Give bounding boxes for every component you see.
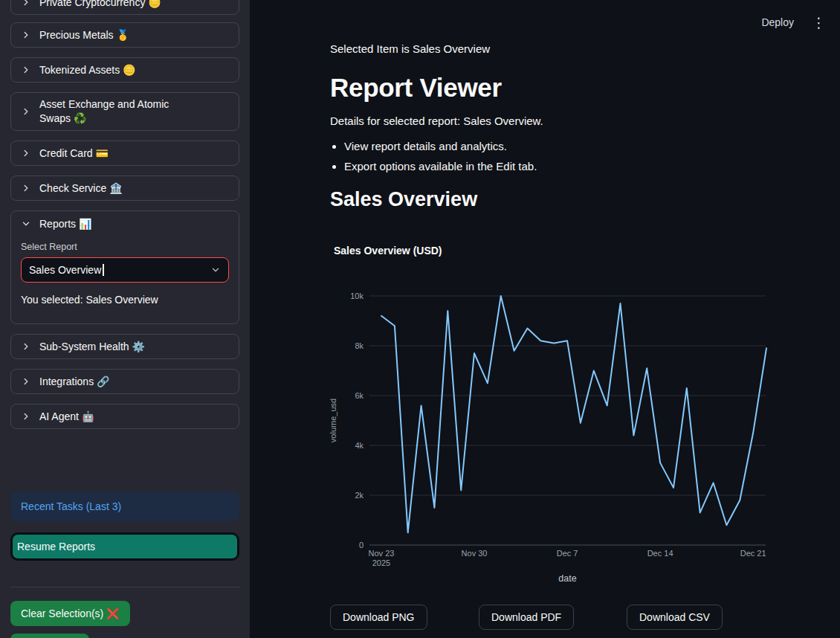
expander-tokenized-assets[interactable]: Tokenized Assets 🪙 — [10, 57, 239, 83]
you-selected-text: You selected: Sales Overview — [21, 294, 229, 306]
expander-label: Tokenized Assets 🪙 — [39, 63, 136, 77]
sidebar: Private Cryptocurrency 🪙 Precious Metals… — [0, 0, 250, 638]
expander-label: Sub-System Health ⚙️ — [39, 340, 145, 354]
download-pdf-button[interactable]: Download PDF — [479, 605, 574, 630]
report-select-value: Sales Overview — [29, 264, 101, 276]
chevron-right-icon — [21, 106, 31, 117]
download-csv-button[interactable]: Download CSV — [627, 605, 723, 630]
report-bullet-list: View report details and analytics. Expor… — [330, 140, 537, 180]
app-header-actions: Deploy ⋮ — [757, 13, 829, 31]
clear-selection-label: Clear Selection(s) ❌ — [21, 608, 120, 619]
expander-label: Precious Metals 🥇 — [39, 28, 129, 42]
svg-text:10k: 10k — [350, 291, 364, 300]
report-details-text: Details for selected report: Sales Overv… — [330, 115, 543, 127]
expander-asset-exchange[interactable]: Asset Exchange and Atomic Swaps ♻️ — [10, 92, 239, 131]
section-title: Sales Overview — [330, 188, 477, 211]
expander-reports-header[interactable]: Reports 📊 — [11, 211, 239, 236]
chevron-right-icon — [21, 30, 31, 40]
expander-label: AI Agent 🤖 — [39, 410, 94, 424]
partially-visible-button[interactable] — [10, 634, 89, 638]
expander-label: Reports 📊 — [39, 218, 91, 230]
bullet-item: Export options available in the Edit tab… — [344, 160, 537, 173]
expander-label: Check Service 🏦 — [39, 181, 123, 196]
expander-label: Private Cryptocurrency 🪙 — [39, 0, 161, 10]
report-select[interactable]: Sales Overview — [21, 257, 229, 283]
chevron-right-icon — [21, 65, 31, 75]
chevron-right-icon — [21, 341, 31, 352]
sidebar-divider — [10, 587, 239, 587]
chevron-right-icon — [21, 376, 31, 387]
reports-panel: Select Report Sales Overview You selecte… — [11, 236, 239, 315]
expander-check-service[interactable]: Check Service 🏦 — [10, 175, 239, 201]
chevron-down-icon — [210, 265, 221, 275]
chart-title: Sales Overview (USD) — [334, 245, 442, 257]
expander-private-cryptocurrency[interactable]: Private Cryptocurrency 🪙 — [10, 0, 239, 15]
main-content: Deploy ⋮ Selected Item is Sales Overview… — [250, 0, 840, 638]
svg-text:Nov 23: Nov 23 — [369, 549, 395, 558]
svg-text:date: date — [558, 573, 576, 584]
recent-tasks-text: Recent Tasks (Last 3) — [21, 500, 121, 512]
sales-overview-line-chart: 02k4k6k8k10kNov 232025Nov 30Dec 7Dec 14D… — [327, 257, 777, 591]
expander-label: Asset Exchange and Atomic Swaps ♻️ — [39, 97, 169, 126]
page-title: Report Viewer — [330, 73, 502, 103]
expander-label: Integrations 🔗 — [39, 375, 110, 389]
expander-label: Credit Card 💳 — [39, 146, 109, 161]
deploy-button[interactable]: Deploy — [757, 13, 798, 31]
resume-reports-label: Resume Reports — [17, 541, 95, 552]
svg-text:Nov 30: Nov 30 — [462, 549, 488, 558]
chevron-right-icon — [21, 183, 31, 193]
bullet-item: View report details and analytics. — [344, 140, 537, 152]
expander-sub-system-health[interactable]: Sub-System Health ⚙️ — [10, 334, 239, 359]
expander-precious-metals[interactable]: Precious Metals 🥇 — [10, 22, 239, 48]
svg-text:Dec 21: Dec 21 — [740, 549, 766, 558]
svg-text:2k: 2k — [355, 491, 364, 500]
resume-reports-button[interactable]: Resume Reports — [10, 532, 239, 561]
expander-integrations[interactable]: Integrations 🔗 — [10, 369, 239, 394]
select-report-label: Select Report — [21, 242, 229, 252]
svg-text:0: 0 — [359, 541, 364, 550]
chevron-down-icon — [21, 219, 31, 229]
svg-text:8k: 8k — [355, 341, 364, 350]
download-png-button[interactable]: Download PNG — [330, 605, 427, 630]
svg-text:2025: 2025 — [372, 558, 390, 567]
chevron-right-icon — [21, 0, 31, 7]
chevron-right-icon — [21, 411, 31, 422]
expander-ai-agent[interactable]: AI Agent 🤖 — [10, 404, 239, 429]
svg-text:volume_usd: volume_usd — [329, 399, 337, 442]
expander-reports-expanded: Reports 📊 Select Report Sales Overview Y… — [10, 210, 239, 324]
recent-tasks-info: Recent Tasks (Last 3) — [10, 492, 239, 521]
svg-text:Dec 14: Dec 14 — [647, 549, 673, 558]
svg-text:4k: 4k — [355, 441, 364, 450]
svg-text:Dec 7: Dec 7 — [557, 549, 578, 558]
chevron-right-icon — [21, 148, 31, 158]
selected-item-text: Selected Item is Sales Overview — [330, 42, 490, 55]
svg-text:6k: 6k — [355, 391, 364, 400]
text-cursor — [103, 264, 104, 276]
overflow-menu-icon[interactable]: ⋮ — [809, 14, 829, 31]
expander-credit-card[interactable]: Credit Card 💳 — [10, 141, 239, 166]
clear-selection-button[interactable]: Clear Selection(s) ❌ — [10, 601, 130, 626]
